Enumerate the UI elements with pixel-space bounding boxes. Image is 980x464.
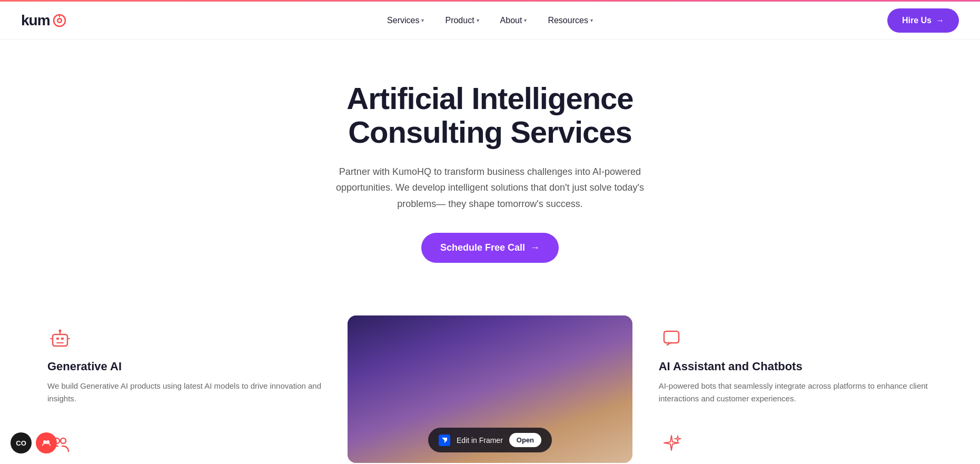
logo-icon <box>52 13 67 28</box>
arrow-icon: → <box>530 242 540 253</box>
hero-title: Artificial Intelligence Consulting Servi… <box>274 82 706 149</box>
nav-item-services[interactable]: Services ▾ <box>379 12 432 29</box>
chatbots-desc: AI-powered bots that seamlessly integrat… <box>659 380 933 405</box>
svg-rect-4 <box>53 334 67 346</box>
schedule-free-call-button[interactable]: Schedule Free Call → <box>421 233 559 263</box>
logo[interactable]: kum <box>21 12 67 29</box>
chevron-down-icon: ▾ <box>524 17 527 23</box>
svg-point-2 <box>58 19 61 22</box>
feature-card-generative-ai: Generative AI We build Generative AI pro… <box>32 315 337 416</box>
svg-point-16 <box>46 440 50 443</box>
logo-text: kum <box>21 12 50 29</box>
hero-subtitle: Partner with KumoHQ to transform busines… <box>327 164 654 212</box>
svg-point-15 <box>43 440 46 443</box>
features-section: Generative AI We build Generative AI pro… <box>0 294 980 464</box>
right-features: AI Assistant and Chatbots AI-powered bot… <box>643 315 948 464</box>
hero-section: Artificial Intelligence Consulting Servi… <box>253 40 727 294</box>
navbar: kum Services ▾ Product ▾ About ▾ Resourc… <box>0 2 980 40</box>
chatbots-title: AI Assistant and Chatbots <box>659 360 933 373</box>
chat-icon <box>659 326 684 351</box>
chat-bubble-button[interactable] <box>36 432 57 453</box>
framer-edit-label: Edit in Framer <box>457 436 503 445</box>
feature-card-chatbots: AI Assistant and Chatbots AI-powered bot… <box>643 315 948 416</box>
feature-card-people <box>32 416 337 457</box>
svg-point-9 <box>59 330 62 332</box>
framer-bar: Edit in Framer Open <box>428 428 552 452</box>
nav-item-resources[interactable]: Resources ▾ <box>539 12 601 29</box>
robot-icon <box>47 326 73 351</box>
arrow-icon: → <box>936 16 944 25</box>
feature-card-sparkle <box>643 416 948 457</box>
cookie-button[interactable]: CO <box>11 432 32 453</box>
generative-ai-desc: We build Generative AI products using la… <box>47 380 321 405</box>
chevron-down-icon: ▾ <box>590 17 593 23</box>
sparkle-icon <box>659 431 684 457</box>
framer-logo-icon <box>439 435 450 446</box>
svg-rect-14 <box>664 331 679 343</box>
center-image-container: Edit in Framer Open <box>337 315 642 463</box>
generative-ai-title: Generative AI <box>47 360 321 373</box>
hire-us-button[interactable]: Hire Us → <box>887 8 959 33</box>
framer-open-button[interactable]: Open <box>509 433 541 447</box>
center-hero-image: Edit in Framer Open <box>348 315 632 463</box>
chevron-down-icon: ▾ <box>421 17 424 23</box>
chevron-down-icon: ▾ <box>477 17 479 23</box>
svg-rect-5 <box>56 338 59 340</box>
svg-point-13 <box>61 438 66 443</box>
nav-item-about[interactable]: About ▾ <box>492 12 536 29</box>
left-features: Generative AI We build Generative AI pro… <box>32 315 337 464</box>
nav-links: Services ▾ Product ▾ About ▾ Resources ▾ <box>379 12 601 29</box>
nav-item-product[interactable]: Product ▾ <box>437 12 487 29</box>
svg-rect-6 <box>61 338 64 340</box>
bottom-chat-widget: CO <box>11 432 57 453</box>
